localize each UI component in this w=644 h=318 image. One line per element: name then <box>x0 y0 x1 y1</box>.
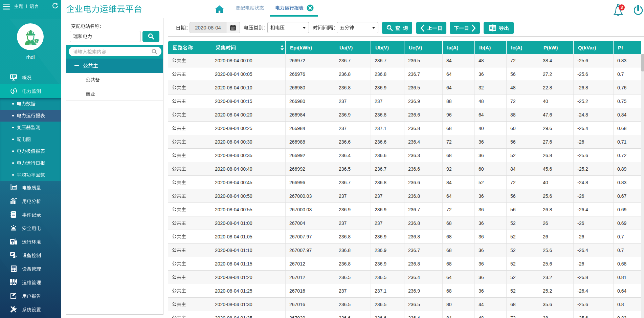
svg-text:X: X <box>489 26 492 30</box>
